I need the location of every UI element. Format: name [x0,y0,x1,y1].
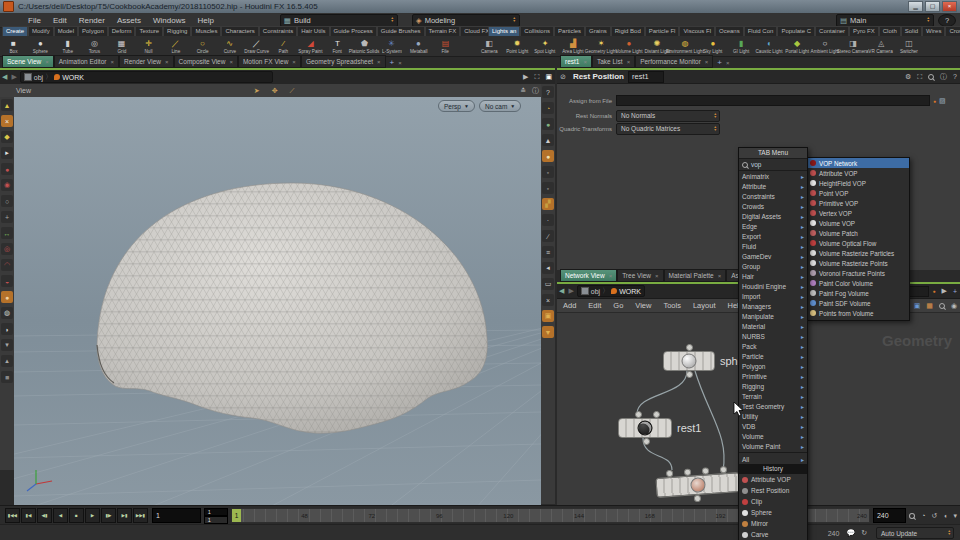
shelf-tool[interactable]: ▦ Grid [108,36,135,56]
shelf-tool[interactable]: ⬟ Platonic Solids [351,36,378,56]
breadcrumb-path[interactable]: obj〉 WORK [577,285,645,297]
submenu-item[interactable]: Paint SDF Volume [807,298,909,308]
viewport-display-icon[interactable]: · [542,214,554,226]
pane-tab-close-icon[interactable]: × [609,273,613,279]
shelf-tool[interactable]: ▮ GI Light [727,36,755,56]
menu-item[interactable]: Help [191,16,219,25]
help-badge[interactable]: ? [938,14,956,27]
submenu-item[interactable]: Paint Color Volume [807,278,909,288]
loop-icon[interactable]: ↺ [931,512,937,520]
pane-tab[interactable]: Render View× [119,55,174,68]
shelf-tool[interactable]: ○ Circle [189,36,216,56]
history-item[interactable]: Sphere [739,507,807,518]
viewport-tool-icon[interactable]: ■ [1,371,13,383]
node-rest1[interactable]: rest1 [618,418,672,438]
tab-menu-category[interactable]: Material [739,321,807,331]
viewport-display-icon[interactable]: ● [542,118,554,130]
message-bubble-icon[interactable]: 💬 [846,529,855,537]
viewport-tool-icon[interactable]: ▴ [1,355,13,367]
tab-menu-all[interactable]: All [739,454,807,464]
pane-tab-close-icon[interactable]: × [583,59,587,65]
viewport-display-icon[interactable]: ● [542,150,554,162]
viewport-display-icon[interactable]: ? [542,86,554,98]
pane-tab[interactable]: Network View× [560,269,617,282]
node-input-dot[interactable] [666,470,673,477]
transport-button[interactable]: ▶▶▮ [133,508,148,523]
viewport-display-icon[interactable]: × [542,294,554,306]
transport-button[interactable]: ▶ [85,508,100,523]
viewport-3d[interactable] [14,97,541,505]
shelf-tab[interactable]: Polygon [78,26,108,36]
pane-tab-close-icon[interactable]: × [110,59,114,65]
tab-menu-category[interactable]: Hair [739,271,807,281]
viewport-display-icon[interactable]: ◔ [542,102,554,114]
shelf-tool[interactable]: T Font [324,36,351,56]
pane-tab[interactable]: Take List× [592,55,635,68]
menu-item[interactable]: File [22,16,47,25]
submenu-item[interactable]: HeightField VOP [807,178,909,188]
transport-button[interactable]: ◀▮ [37,508,52,523]
shelf-tab[interactable]: Pyro FX [849,26,879,36]
tab-menu-category[interactable]: Pack [739,341,807,351]
history-item[interactable]: Attribute VOP [739,474,807,485]
viewport-tool-icon[interactable]: × [1,115,13,127]
network-menu-item[interactable]: Go [607,301,629,310]
network-menu-item[interactable]: Edit [582,301,607,310]
clock-icon[interactable]: ◔ [921,512,925,519]
node-input-dot[interactable] [686,344,693,351]
info-icon[interactable]: ⓘ [940,72,947,82]
shelf-tab[interactable]: Populate C [777,26,815,36]
node-input-dot[interactable] [702,467,709,474]
shelf-tool[interactable]: ○ Ambient Light [811,36,839,56]
tab-menu-category[interactable]: Polygon [739,361,807,371]
node-input-dot[interactable] [653,411,660,418]
tab-menu-category[interactable]: Constraints [739,191,807,201]
tab-menu-category[interactable]: Houdini Engine [739,281,807,291]
shelf-tab[interactable]: Model [54,26,78,36]
shelf-tab[interactable]: Solid [901,26,922,36]
pane-tab-close-icon[interactable]: × [627,59,631,65]
desktop-selector[interactable]: ▦ Build ▲▼ [280,14,398,27]
history-item[interactable]: Mirror [739,518,807,529]
tab-menu-category[interactable]: Crowds [739,201,807,211]
tab-menu-category[interactable]: NURBS [739,331,807,341]
shelf-tab[interactable]: Lights an [488,26,520,36]
context-spinner[interactable]: ▲▼ [512,17,515,23]
shelf-tool[interactable]: ✹ Point Light [503,36,531,56]
shelf-tab[interactable]: Container [815,26,849,36]
pin-icon[interactable]: ⊘ [560,73,566,81]
select-mode-icon[interactable]: ➤ [254,87,260,95]
tab-menu-category[interactable]: Import [739,291,807,301]
tab-menu-category[interactable]: Group [739,261,807,271]
tab-menu-category[interactable]: Utility [739,411,807,421]
box-icon[interactable]: ▦ [926,302,933,310]
viewport-tool-icon[interactable]: ▲ [1,99,13,111]
assign-from-file-input[interactable] [616,95,930,106]
tab-menu-category[interactable]: Rigging [739,381,807,391]
network-menu-item[interactable]: Add [557,301,582,310]
zoom-timeline-icon[interactable] [909,513,915,519]
viewport-tool-icon[interactable]: ◗ [1,323,13,335]
history-item[interactable]: Rest Position [739,485,807,496]
transport-button[interactable]: ▮▶ [101,508,116,523]
shelf-tab[interactable]: Guide Brushes [377,26,425,36]
shelf-tab[interactable]: Crowds [945,26,960,36]
submenu-item[interactable]: Paint Fog Volume [807,288,909,298]
view-mode-label[interactable]: View [16,87,31,94]
pane-tab-close-icon[interactable]: × [229,59,233,65]
shelf-tool[interactable]: ✳ L-System [378,36,405,56]
submenu-item[interactable]: Voronoi Fracture Points [807,268,909,278]
tab-menu-category[interactable]: Volume Paint [739,441,807,451]
shelf-tab[interactable]: Rigid Bod [611,26,645,36]
submenu-item[interactable]: Volume Patch [807,228,909,238]
audio-icon[interactable]: ◖ [943,512,947,519]
shelf-tool[interactable]: ▟ Area Light [559,36,587,56]
node-input-dot[interactable] [720,466,727,473]
viewport-tool-icon[interactable]: ◆ [1,131,13,143]
shelf-tab[interactable]: Collisions [520,26,554,36]
history-item[interactable]: Carve [739,529,807,540]
shelf-tool[interactable]: ◆ Portal Light [783,36,811,56]
shelf-tool[interactable]: ⁄ Path [270,36,297,56]
shelf-tool[interactable]: ／ Line [162,36,189,56]
pane-tab[interactable]: Animation Editor× [54,55,119,68]
